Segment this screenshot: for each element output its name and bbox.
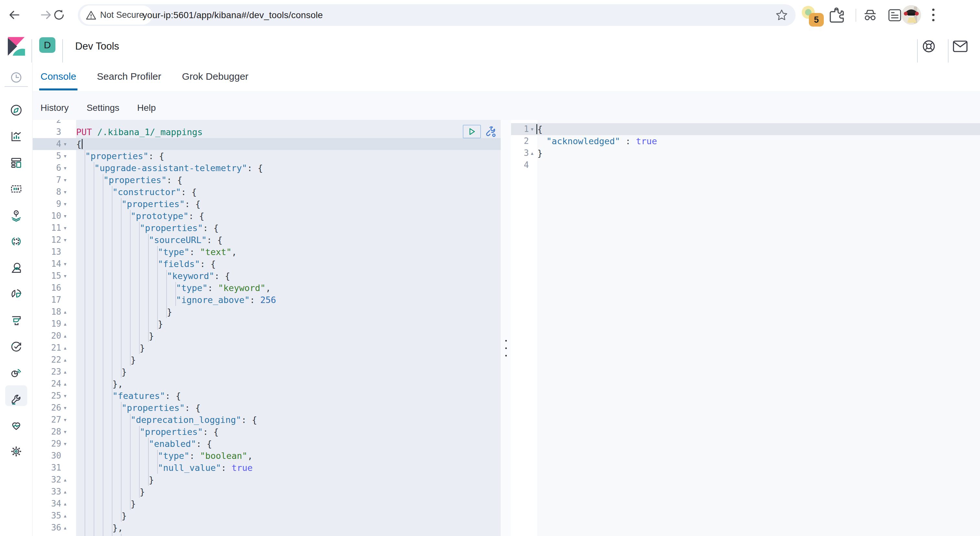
code-line-6[interactable]: 6▾"upgrade-assistant-telemetry": { (33, 162, 501, 174)
code-line-13[interactable]: 13"type": "text", (33, 246, 501, 258)
menu-help[interactable]: Help (137, 103, 156, 113)
browser-menu-kebab-icon[interactable] (928, 6, 939, 24)
fold-close-caret-icon[interactable]: ▴ (63, 330, 67, 342)
fold-close-caret-icon[interactable]: ▴ (63, 366, 67, 378)
fold-open-caret-icon[interactable]: ▾ (63, 234, 67, 246)
fold-close-caret-icon[interactable]: ▴ (63, 486, 67, 498)
sidebar-item-recent[interactable] (6, 68, 26, 87)
sidebar-item-management[interactable] (6, 442, 26, 461)
code-line-35[interactable]: 35▴} (33, 510, 501, 522)
code-line-2[interactable]: 2"acknowledged" : true (511, 135, 980, 147)
code-line-21[interactable]: 21▴} (33, 342, 501, 354)
sidebar-item-maps[interactable] (6, 205, 26, 225)
fold-close-caret-icon[interactable]: ▴ (63, 306, 67, 318)
fold-open-caret-icon[interactable]: ▾ (63, 150, 67, 162)
code-line-37[interactable]: 37 (33, 534, 501, 536)
send-request-button[interactable] (463, 125, 481, 138)
code-line-29[interactable]: 29▾"enabled": { (33, 438, 501, 450)
code-line-4[interactable]: 4▾{ (33, 138, 501, 150)
sidebar-item-discover[interactable] (6, 100, 26, 120)
sidebar-item-monitoring[interactable] (6, 415, 26, 435)
code-line-27[interactable]: 27▾"deprecation_logging": { (33, 414, 501, 426)
sidebar-item-dashboard[interactable] (6, 153, 26, 172)
code-line-15[interactable]: 15▾"keyword": { (33, 270, 501, 282)
code-line-11[interactable]: 11▾"properties": { (33, 222, 501, 234)
fold-open-caret-icon[interactable]: ▾ (63, 222, 67, 234)
code-line-3[interactable]: 3▴} (511, 147, 980, 159)
reading-list-icon[interactable] (887, 8, 902, 23)
code-line-2[interactable]: 2 (33, 120, 501, 126)
code-line-12[interactable]: 12▾"sourceURL": { (33, 234, 501, 246)
menu-history[interactable]: History (40, 103, 69, 113)
fold-close-caret-icon[interactable]: ▴ (63, 354, 67, 366)
fold-open-caret-icon[interactable]: ▾ (63, 138, 67, 150)
space-badge[interactable]: D (39, 37, 56, 53)
address-bar[interactable]: Not Secure your-ip:5601/app/kibana#/dev_… (78, 4, 795, 26)
request-editor[interactable]: 23PUT /.kibana_1/_mappings4▾{5▾"properti… (33, 120, 501, 536)
kibana-logo[interactable] (7, 37, 25, 56)
sidebar-item-uptime[interactable] (6, 337, 26, 356)
fold-open-caret-icon[interactable]: ▾ (63, 438, 67, 450)
tab-grok-debugger[interactable]: Grok Debugger (182, 62, 248, 91)
code-line-4[interactable]: 4 (511, 159, 980, 171)
fold-open-caret-icon[interactable]: ▾ (63, 186, 67, 198)
fold-open-caret-icon[interactable]: ▾ (63, 390, 67, 402)
fold-close-caret-icon[interactable]: ▴ (63, 378, 67, 390)
code-line-34[interactable]: 34▴} (33, 498, 501, 510)
fold-open-caret-icon[interactable]: ▾ (63, 270, 67, 282)
code-line-33[interactable]: 33▴} (33, 486, 501, 498)
browser-back-button[interactable] (5, 5, 24, 25)
code-line-3[interactable]: 3PUT /.kibana_1/_mappings (33, 126, 501, 138)
fold-open-caret-icon[interactable]: ▾ (530, 123, 534, 135)
sidebar-item-apm[interactable] (6, 363, 26, 382)
fold-open-caret-icon[interactable]: ▾ (63, 426, 67, 438)
code-line-5[interactable]: 5▾"properties": { (33, 150, 501, 162)
code-line-16[interactable]: 16"type": "keyword", (33, 282, 501, 294)
code-line-22[interactable]: 22▴} (33, 354, 501, 366)
code-line-19[interactable]: 19▴} (33, 318, 501, 330)
fold-open-caret-icon[interactable]: ▾ (63, 414, 67, 426)
code-line-14[interactable]: 14▾"fields": { (33, 258, 501, 270)
panel-resizer[interactable] (501, 120, 511, 536)
code-line-1[interactable]: 1▾{ (511, 123, 980, 135)
fold-close-caret-icon[interactable]: ▴ (63, 522, 67, 534)
sidebar-item-visualize[interactable] (6, 127, 26, 146)
fold-close-caret-icon[interactable]: ▴ (63, 498, 67, 510)
sidebar-item-logs[interactable] (6, 310, 26, 330)
tab-console[interactable]: Console (40, 62, 76, 91)
site-security-chip[interactable]: Not Secure (80, 5, 152, 25)
bookmark-star-icon[interactable] (775, 9, 788, 22)
fold-close-caret-icon[interactable]: ▴ (63, 510, 67, 522)
code-line-9[interactable]: 9▾"properties": { (33, 198, 501, 210)
incognito-icon[interactable] (863, 8, 878, 23)
code-line-20[interactable]: 20▴} (33, 330, 501, 342)
code-line-32[interactable]: 32▴} (33, 474, 501, 486)
menu-settings[interactable]: Settings (86, 103, 119, 113)
sidebar-item-machine-learning[interactable] (6, 258, 26, 277)
extensions-puzzle-icon[interactable] (828, 7, 845, 23)
code-line-17[interactable]: 17"ignore_above": 256 (33, 294, 501, 306)
fold-open-caret-icon[interactable]: ▾ (63, 258, 67, 270)
code-line-24[interactable]: 24▴}, (33, 378, 501, 390)
help-button[interactable] (920, 37, 938, 56)
code-line-30[interactable]: 30"type": "boolean", (33, 450, 501, 462)
sidebar-item-dev-tools[interactable] (6, 389, 26, 409)
fold-close-caret-icon[interactable]: ▴ (63, 318, 67, 330)
code-line-8[interactable]: 8▾"constructor": { (33, 186, 501, 198)
fold-open-caret-icon[interactable]: ▾ (63, 210, 67, 222)
fold-open-caret-icon[interactable]: ▾ (63, 162, 67, 174)
code-line-26[interactable]: 26▾"properties": { (33, 402, 501, 414)
fold-open-caret-icon[interactable]: ▾ (63, 402, 67, 414)
code-line-31[interactable]: 31"null_value": true (33, 462, 501, 474)
response-viewer[interactable]: 1▾{2"acknowledged" : true3▴}4 (511, 120, 980, 536)
profile-avatar[interactable] (902, 5, 921, 25)
newsfeed-button[interactable] (951, 37, 969, 56)
code-line-25[interactable]: 25▾"features": { (33, 390, 501, 402)
fold-close-caret-icon[interactable]: ▴ (530, 147, 534, 159)
fold-close-caret-icon[interactable]: ▴ (63, 342, 67, 354)
code-line-28[interactable]: 28▾"properties": { (33, 426, 501, 438)
request-options-button[interactable] (484, 124, 498, 139)
code-line-18[interactable]: 18▴} (33, 306, 501, 318)
fold-close-caret-icon[interactable]: ▴ (63, 474, 67, 486)
sidebar-item-graph[interactable] (6, 232, 26, 251)
